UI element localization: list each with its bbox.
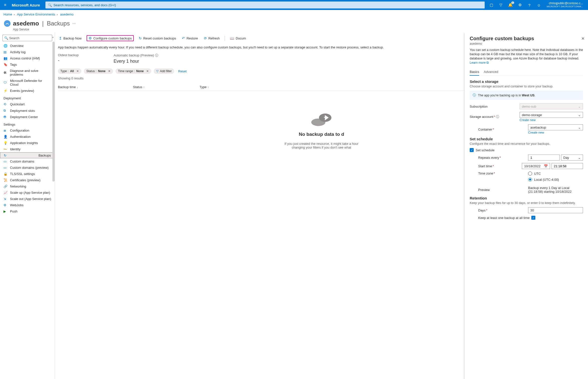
preview-value: Backup every 1 Day at Local (21:18:58) s… [528,186,583,193]
refresh-button[interactable]: ⟳Refresh [203,36,221,41]
repeats-unit-select[interactable]: Day⌄ [561,155,583,161]
empty-title: No backup data to d [299,132,344,137]
sidebar-item-identity[interactable]: 🗝Identity [0,146,55,152]
set-schedule-checkbox[interactable]: ✓ [470,148,474,152]
sidebar-item-depcenter[interactable]: ⛃Deployment Center [0,114,55,120]
refresh-icon: ⟳ [204,36,207,40]
hamburger-icon[interactable]: ≡ [2,3,8,7]
sidebar-item-customdomains2[interactable]: ▭Custom domains (preview) [0,165,55,171]
info-icon[interactable]: ⓘ [155,53,158,57]
container-select[interactable]: asebackup⌄ [528,124,583,130]
sidebar-item-overview[interactable]: 🌐Overview [0,43,55,49]
reset-link[interactable]: Reset [178,69,187,73]
tz-utc-radio[interactable]: UTC [528,172,583,176]
toolbar-separator [225,36,225,41]
sidebar-group-deploy: Deployment [0,94,55,101]
close-icon[interactable]: ✕ [146,69,149,73]
account-block[interactable]: chrisqpublic@contoso.c... MICROSOFT (MIC… [544,2,586,8]
start-label: Start time* [478,164,522,168]
repeats-number[interactable] [528,155,560,161]
configure-panel: ✕ Configure custom backups asedemo You c… [465,33,588,379]
close-icon[interactable]: ✕ [76,69,79,73]
configure-backups-button[interactable]: ⚙Configure custom backups [87,35,134,41]
learn-more-link[interactable]: Learn more ⧉ [470,61,489,64]
sidebar-item-slots[interactable]: ⧉Deployment slots [0,107,55,114]
collapse-icon[interactable]: « [52,36,54,39]
tz-local-radio[interactable]: Local (UTC-4:00) [528,178,583,182]
bc-home[interactable]: Home [3,12,12,16]
settings-icon[interactable]: ⚙ [515,0,525,10]
retention-heading: Retention [470,196,583,200]
chevron-down-icon: ⌄ [578,113,581,117]
create-container-link[interactable]: Create new [528,131,583,134]
more-icon[interactable]: ⋯ [72,22,76,25]
filter-icon[interactable]: ▽ [496,0,506,10]
schedule-heading: Set schedule [470,137,583,141]
sidebar-item-iam[interactable]: 👥Access control (IAM) [0,55,55,61]
reset-backups-button[interactable]: ↻Reset custom backups [138,36,177,41]
tab-advanced[interactable]: Advanced [484,68,498,76]
sidebar-item-push[interactable]: ▶Push [0,208,55,214]
sidebar-item-certs[interactable]: 📜Certificates (preview) [0,177,55,183]
filter-type[interactable]: Type : All✕ [58,68,81,74]
chevron-down-icon: ⌄ [578,126,581,129]
col-status[interactable]: Status↑ [133,85,145,89]
col-backuptime[interactable]: Backup time↓ [58,85,78,89]
help-icon[interactable]: ? [525,0,534,10]
days-label: Days* [478,208,528,212]
add-filter-button[interactable]: ▽Add filter [154,68,174,74]
start-time-input[interactable] [552,163,583,169]
brand[interactable]: Microsoft Azure [8,3,43,7]
docs-button[interactable]: 📖Docum [229,36,247,41]
sidebar-item-diagnose[interactable]: 🛠Diagnose and solve problems [0,68,55,78]
main-content: ↥Backup Now ⚙Configure custom backups ↻R… [55,33,588,379]
sidebar-item-appinsights[interactable]: 💡Application Insights [0,140,55,146]
auto-value: Every 1 hour [114,59,158,64]
sidebar-item-network[interactable]: 🔗Networking [0,183,55,190]
sidebar-item-backups[interactable]: ↻Backups [0,152,55,158]
create-storage-link[interactable]: Create new [520,118,583,122]
sidebar-item-defender[interactable]: 🛡Microsoft Defender for Cloud [0,78,55,88]
sidebar-item-quickstart[interactable]: ⟲Quickstart [0,101,55,107]
gear-icon: ⚙ [89,36,92,40]
sidebar-scrollbar[interactable] [52,42,55,182]
col-type[interactable]: Type↑ [199,85,209,89]
sidebar-item-webjobs[interactable]: ⚙WebJobs [0,202,55,208]
info-icon[interactable]: ⓘ [496,115,499,119]
storage-hint: Choose storage account and container to … [470,85,583,88]
filter-status[interactable]: Status : None✕ [84,68,113,74]
keep-one-checkbox[interactable]: ✓ [531,216,535,220]
sidebar-item-config[interactable]: ≣Configuration [0,127,55,134]
sidebar-item-tags[interactable]: 🔖Tags [0,61,55,68]
sidebar-item-auth[interactable]: 👤Authentication [0,134,55,140]
storage-select[interactable]: demo-storage⌄ [520,112,583,118]
sidebar-item-events[interactable]: ⚡Events (preview) [0,88,55,94]
sidebar-item-scaleout[interactable]: ⇲Scale out (App Service plan) [0,196,55,202]
restore-button[interactable]: ↶Restore [181,36,199,41]
book-icon: 📖 [230,36,234,40]
sidebar-item-activity[interactable]: ▤Activity log [0,49,55,55]
bc-env[interactable]: App Service Environments [17,12,55,16]
schedule-hint: Configure the exact time and recurrence … [470,142,583,146]
sidebar-search[interactable]: 🔍 Search [2,35,52,41]
cloudshell-icon[interactable]: ▢ [487,0,496,10]
chevron-down-icon: ⌄ [578,156,581,160]
days-input[interactable]: 30 [528,207,583,213]
close-icon[interactable]: ✕ [581,36,585,41]
notifications-icon[interactable]: 🔔1 [506,0,515,10]
azure-topbar: ≡ Microsoft Azure 🔍 Search resources, se… [0,0,588,10]
filter-timerange[interactable]: Time range : None✕ [116,68,151,74]
close-icon[interactable]: ✕ [108,69,111,73]
tab-basics[interactable]: Basics [470,68,479,76]
preview-label: Preview [478,188,528,192]
sidebar-item-scaleup[interactable]: 📈Scale up (App Service plan) [0,190,55,196]
feedback-icon[interactable]: ☺ [534,0,544,10]
bc-res[interactable]: asedemo [60,12,73,16]
start-date-input[interactable]: 10/18/2022📅 [522,163,550,169]
keep-one-label: Keep at least one backup at all time [478,216,530,220]
global-search[interactable]: 🔍 Search resources, services, and docs (… [45,1,485,8]
storage-heading: Select a storage [470,79,583,84]
backup-now-button[interactable]: ↥Backup Now [58,36,83,41]
sidebar-item-customdomains[interactable]: ▭Custom domains [0,158,55,165]
sidebar-item-tls[interactable]: 🔒TLS/SSL settings [0,171,55,177]
